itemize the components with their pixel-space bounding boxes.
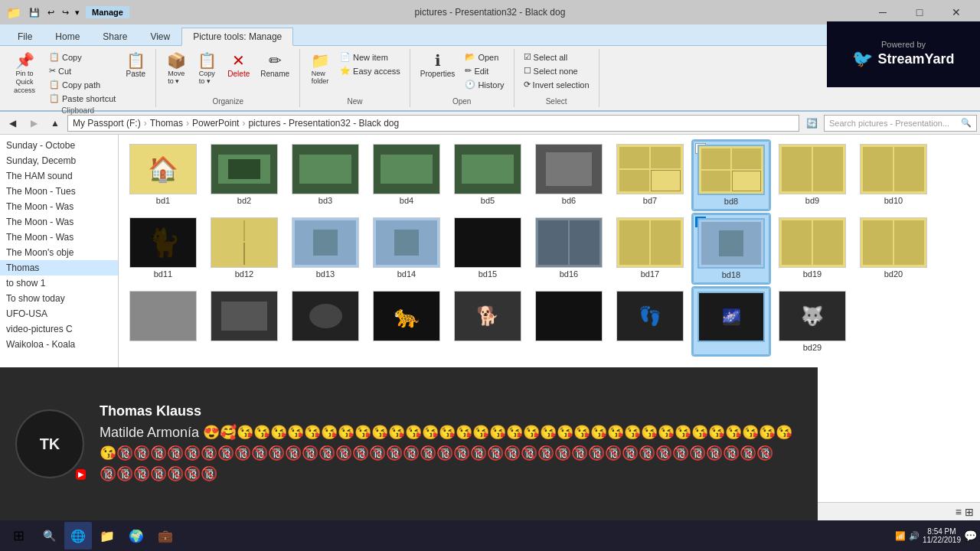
history-button[interactable]: 🕐 History <box>462 78 507 91</box>
sidebar-item-12[interactable]: video-pictures C <box>0 321 118 337</box>
rename-button[interactable]: ✏ Rename <box>256 51 293 80</box>
file-item-bd15[interactable]: bd15 <box>449 214 526 283</box>
copy-button[interactable]: 📋 Copy <box>46 51 119 64</box>
sidebar-item-6[interactable]: The Moon - Was <box>0 230 118 245</box>
file-item-bd18[interactable]: ✓ bd18 <box>693 214 769 283</box>
quick-access-toolbar[interactable]: 💾 ↩ ↪ ▾ <box>26 6 81 19</box>
file-item-bd26[interactable] <box>531 288 607 355</box>
taskbar-app[interactable]: 💼 <box>152 522 179 549</box>
edit-button[interactable]: ✏ Edit <box>462 64 507 77</box>
new-folder-button[interactable]: 📁 Newfolder <box>306 51 334 87</box>
file-item-bd29[interactable]: 🐺 bd29 <box>774 288 851 355</box>
sidebar-item-1[interactable]: Sunday, Decemb <box>0 153 118 168</box>
search-icon[interactable]: 🔍 <box>961 118 972 128</box>
file-item-bd25[interactable]: 🐕 <box>449 288 526 355</box>
move-to-button[interactable]: 📦 Moveto ▾ <box>162 51 190 87</box>
delete-button[interactable]: ✕ Delete <box>224 51 253 80</box>
paste-button[interactable]: 📋 Paste <box>122 51 149 80</box>
file-item-bd2[interactable]: bd2 <box>206 141 283 210</box>
file-item-bd28[interactable]: 🌌 <box>693 288 769 355</box>
qat-undo[interactable]: ↩ <box>44 6 57 19</box>
file-item-bd12[interactable]: bd12 <box>206 214 283 283</box>
breadcrumb-drive[interactable]: My Passport (F:) <box>73 118 141 129</box>
file-item-bd22[interactable] <box>206 288 283 355</box>
file-item-bd16[interactable]: bd16 <box>531 214 607 283</box>
file-item-bd7[interactable]: bd7 <box>612 141 688 210</box>
select-group: ☑ Select all ☐ Select none ⟳ Invert sele… <box>514 49 599 107</box>
qat-dropdown[interactable]: ▾ <box>74 6 81 19</box>
breadcrumb-thomas[interactable]: Thomas <box>150 118 183 129</box>
invert-selection-button[interactable]: ⟳ Invert selection <box>521 78 593 91</box>
tab-view[interactable]: View <box>139 28 181 45</box>
tab-share[interactable]: Share <box>91 28 139 45</box>
sidebar-item-0[interactable]: Sunday - Octobe <box>0 138 118 153</box>
file-item-bd1[interactable]: 🏠 bd1 <box>125 141 201 210</box>
back-button[interactable]: ◀ <box>3 114 21 132</box>
properties-label: Properties <box>420 70 456 78</box>
file-item-bd5[interactable]: bd5 <box>449 141 526 210</box>
file-item-bd13[interactable]: bd13 <box>287 214 364 283</box>
file-item-bd10[interactable]: bd10 <box>855 141 932 210</box>
open-button[interactable]: 📂 Open <box>462 51 507 64</box>
forward-button[interactable]: ▶ <box>24 114 43 132</box>
file-item-bd9[interactable]: bd9 <box>774 141 851 210</box>
tab-home[interactable]: Home <box>44 28 91 45</box>
cut-label: Cut <box>58 67 71 76</box>
file-item-bd19[interactable]: bd19 <box>774 214 851 283</box>
copy-path-button[interactable]: 📋 Copy path <box>46 78 119 91</box>
file-item-bd6[interactable]: bd6 <box>531 141 607 210</box>
pin-button[interactable]: 📌 Pin to Quickaccess <box>6 51 43 96</box>
sidebar-item-2[interactable]: The HAM sound <box>0 168 118 184</box>
file-item-bd11[interactable]: 🐈 bd11 <box>125 214 201 283</box>
file-item-bd4[interactable]: bd4 <box>368 141 445 210</box>
refresh-button[interactable]: 🔄 <box>802 114 821 132</box>
easy-access-button[interactable]: ⭐ Easy access <box>337 64 403 77</box>
tab-file[interactable]: File <box>6 28 44 45</box>
file-item-bd20[interactable]: bd20 <box>855 214 932 283</box>
paste-shortcut-button[interactable]: 📋 Paste shortcut <box>46 92 119 105</box>
open-label: Open <box>452 96 471 106</box>
breadcrumb-powerpoint[interactable]: PowerPoint <box>192 118 239 129</box>
file-item-bd23[interactable] <box>287 288 364 355</box>
qat-redo[interactable]: ↪ <box>59 6 72 19</box>
select-all-button[interactable]: ☑ Select all <box>521 51 593 64</box>
taskbar-ie[interactable]: 🌐 <box>64 522 92 549</box>
cut-button[interactable]: ✂ Cut <box>46 64 119 77</box>
file-item-bd21[interactable] <box>125 288 201 355</box>
file-item-bd27[interactable]: 👣 <box>612 288 688 355</box>
properties-button[interactable]: ℹ Properties <box>416 51 459 80</box>
up-button[interactable]: ▲ <box>46 114 64 132</box>
breadcrumb-current[interactable]: pictures - Presentation32 - Black dog <box>248 118 399 129</box>
copy-to-button[interactable]: 📋 Copyto ▾ <box>193 51 220 87</box>
sidebar-item-5[interactable]: The Moon - Was <box>0 214 118 230</box>
view-list-icon[interactable]: ≡ <box>956 506 962 518</box>
sidebar-item-13[interactable]: Waikoloa - Koala <box>0 337 118 352</box>
invert-label: Invert selection <box>533 80 590 90</box>
file-item-bd8[interactable]: bd8 <box>693 141 769 210</box>
new-item-button[interactable]: 📄 New item <box>337 51 403 64</box>
qat-save[interactable]: 💾 <box>26 6 43 19</box>
file-item-bd3[interactable]: bd3 <box>287 141 364 210</box>
file-item-bd24[interactable]: 🐆 <box>368 288 445 355</box>
file-item-bd17[interactable]: bd17 <box>612 214 688 283</box>
sidebar-item-thomas[interactable]: Thomas <box>0 260 118 276</box>
sidebar-item-3[interactable]: The Moon - Tues <box>0 184 118 199</box>
file-thumb-bd20 <box>860 217 927 268</box>
file-thumb-bd22 <box>211 291 278 341</box>
sidebar-item-11[interactable]: UFO-USA <box>0 306 118 321</box>
select-none-button[interactable]: ☐ Select none <box>521 64 593 77</box>
sidebar-item-9[interactable]: to show 1 <box>0 276 118 291</box>
notification-icon[interactable]: 💬 <box>964 530 977 542</box>
file-item-bd14[interactable]: bd14 <box>368 214 445 283</box>
start-button[interactable]: ⊞ <box>3 520 34 551</box>
search-taskbar[interactable]: 🔍 <box>35 522 63 549</box>
sidebar-item-10[interactable]: To show today <box>0 291 118 306</box>
sidebar-item-4[interactable]: The Moon - Was <box>0 199 118 214</box>
view-grid-icon[interactable]: ⊞ <box>965 506 974 518</box>
tab-manage[interactable]: Picture tools: Manage <box>181 28 293 46</box>
sidebar-item-7[interactable]: The Moon's obje <box>0 245 118 260</box>
search-box[interactable]: Search pictures - Presentation... 🔍 <box>824 115 977 132</box>
breadcrumb[interactable]: My Passport (F:) › Thomas › PowerPoint ›… <box>67 115 799 132</box>
taskbar-explorer[interactable]: 📁 <box>93 522 121 549</box>
taskbar-chrome[interactable]: 🌍 <box>122 522 150 549</box>
